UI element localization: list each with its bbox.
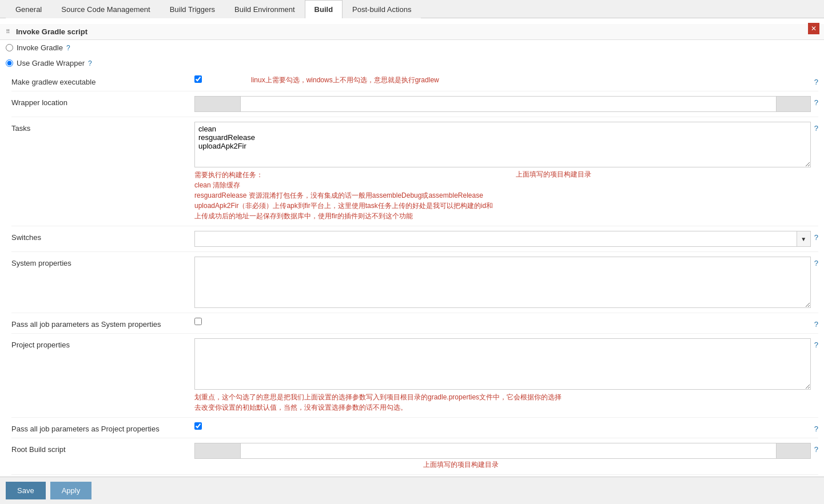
invoke-gradle-radio-row: Invoke Gradle ? — [0, 40, 824, 55]
wrapper-location-control: workspace/android — [194, 96, 811, 112]
system-properties-row: System properties ? — [11, 252, 818, 313]
apply-button[interactable]: Apply — [50, 482, 92, 499]
tab-build[interactable]: Build — [305, 0, 343, 18]
project-properties-textarea[interactable] — [194, 338, 811, 390]
pass-all-project-help[interactable]: ? — [814, 422, 818, 433]
form-area: Make gradlew executable linux上需要勾选，windo… — [0, 71, 824, 499]
drag-handle-icon: ⠿ — [6, 29, 13, 35]
invoke-gradle-label: Invoke Gradle — [17, 43, 63, 52]
use-gradle-wrapper-radio-row: Use Gradle Wrapper ? — [0, 55, 824, 71]
wrapper-location-input[interactable]: workspace/android — [240, 96, 777, 112]
project-properties-row: Project properties 划重点，这个勾选了的意思是把我们上面设置的… — [11, 334, 818, 418]
tab-source-code[interactable]: Source Code Management — [51, 0, 160, 18]
pass-all-job-help[interactable]: ? — [814, 318, 818, 329]
make-gradlew-label: Make gradlew executable — [11, 75, 194, 86]
project-annotation: 划重点，这个勾选了的意思是把我们上面设置的选择参数写入到项目根目录的gradle… — [194, 392, 562, 413]
tab-build-triggers[interactable]: Build Triggers — [160, 0, 225, 18]
use-gradle-wrapper-help[interactable]: ? — [88, 59, 92, 67]
tasks-row: Tasks 需要执行的构建任务： clean 清除缓存 resguardRele… — [11, 117, 818, 226]
system-properties-control — [194, 257, 811, 308]
project-properties-control: 划重点，这个勾选了的意思是把我们上面设置的选择参数写入到项目根目录的gradle… — [194, 338, 811, 413]
invoke-gradle-help[interactable]: ? — [66, 44, 70, 52]
use-gradle-wrapper-radio[interactable] — [6, 59, 13, 67]
section-header: ⠿ Invoke Gradle script — [0, 24, 824, 40]
switches-label: Switches — [11, 231, 194, 242]
main-content: ✕ ⠿ Invoke Gradle script Invoke Gradle ?… — [0, 18, 824, 504]
tab-post-build[interactable]: Post-build Actions — [343, 0, 421, 18]
system-properties-help[interactable]: ? — [814, 257, 818, 267]
pass-all-job-row: Pass all job parameters as System proper… — [11, 313, 818, 334]
tasks-annotation: 需要执行的构建任务： clean 清除缓存 resguardRelease 资源… — [194, 170, 493, 221]
make-gradlew-help[interactable]: ? — [814, 75, 818, 86]
use-gradle-wrapper-label: Use Gradle Wrapper — [17, 59, 85, 67]
project-properties-help[interactable]: ? — [814, 338, 818, 349]
root-build-script-control: workspace/android/ 上面填写的项目构建目录 — [194, 443, 811, 470]
pass-all-job-control — [194, 318, 811, 325]
top-nav: General Source Code Management Build Tri… — [0, 0, 824, 18]
tab-build-environment[interactable]: Build Environment — [225, 0, 305, 18]
root-build-script-label: Root Build script — [11, 443, 194, 454]
wrapper-location-row: Wrapper location workspace/android ? — [11, 91, 818, 117]
bottom-bar: Save Apply — [0, 477, 824, 504]
pass-all-project-row: Pass all job parameters as Project prope… — [11, 418, 818, 438]
invoke-gradle-radio[interactable] — [6, 44, 13, 51]
close-button[interactable]: ✕ — [808, 23, 819, 34]
switches-input[interactable] — [194, 231, 797, 247]
project-properties-label: Project properties — [11, 338, 194, 349]
pass-all-job-label: Pass all job parameters as System proper… — [11, 318, 194, 329]
switches-control: ▼ — [194, 231, 811, 247]
pass-all-project-checkbox[interactable] — [194, 422, 202, 430]
tasks-control: 需要执行的构建任务： clean 清除缓存 resguardRelease 资源… — [194, 122, 811, 221]
pass-all-job-checkbox[interactable] — [194, 318, 202, 325]
tasks-help[interactable]: ? — [814, 122, 818, 133]
pass-all-project-control — [194, 422, 811, 430]
switches-dropdown[interactable]: ▼ — [797, 231, 811, 247]
make-gradlew-row: Make gradlew executable linux上需要勾选，windo… — [11, 71, 818, 91]
linux-note: linux上需要勾选，windows上不用勾选，意思就是执行gradlew — [251, 75, 439, 85]
make-gradlew-checkbox[interactable] — [194, 75, 202, 83]
wrapper-location-help[interactable]: ? — [814, 96, 818, 107]
switches-row: Switches ▼ ? — [11, 226, 818, 252]
root-build-script-row: Root Build script workspace/android/ 上面填… — [11, 438, 818, 475]
save-button[interactable]: Save — [6, 482, 46, 499]
pass-all-project-label: Pass all job parameters as Project prope… — [11, 422, 194, 433]
tab-general[interactable]: General — [6, 0, 51, 18]
make-gradlew-control: linux上需要勾选，windows上不用勾选，意思就是执行gradlew — [194, 75, 811, 85]
wrapper-location-label: Wrapper location — [11, 96, 194, 107]
tasks-textarea[interactable] — [194, 122, 811, 167]
tasks-label: Tasks — [11, 122, 194, 133]
section-title: Invoke Gradle script — [16, 27, 87, 36]
system-properties-textarea[interactable] — [194, 257, 811, 308]
system-properties-label: System properties — [11, 257, 194, 267]
root-build-script-help[interactable]: ? — [814, 443, 818, 454]
switches-help[interactable]: ? — [814, 231, 818, 242]
tasks-right-note: 上面填写的项目构建目录 — [516, 170, 591, 179]
root-build-script-input[interactable]: workspace/android/ — [240, 443, 777, 459]
root-build-annotation: 上面填写的项目构建目录 — [423, 460, 499, 470]
page-wrapper: General Source Code Management Build Tri… — [0, 0, 824, 504]
